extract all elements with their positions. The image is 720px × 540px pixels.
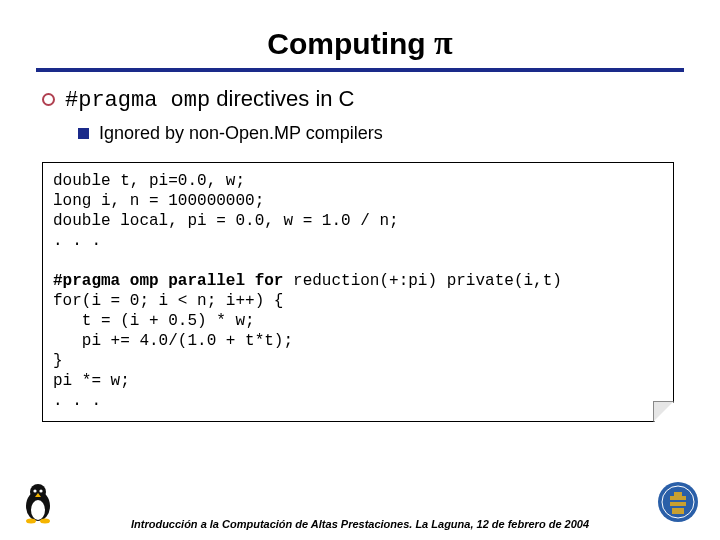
inline-code: #pragma omp	[65, 88, 210, 113]
svg-rect-10	[672, 508, 684, 514]
code-line: . . .	[53, 392, 101, 410]
code-block: double t, pi=0.0, w; long i, n = 1000000…	[53, 171, 663, 411]
bullet-2-text: Ignored by non-Open.MP compilers	[99, 123, 383, 144]
square-bullet-icon	[78, 128, 89, 139]
title-text: Computing	[267, 27, 434, 60]
svg-point-4	[39, 489, 42, 492]
slide: Computing π #pragma omp directives in C …	[0, 0, 720, 540]
code-line: long i, n = 100000000;	[53, 192, 264, 210]
code-box: double t, pi=0.0, w; long i, n = 1000000…	[42, 162, 674, 422]
code-line: for(i = 0; i < n; i++) {	[53, 292, 283, 310]
code-line: double t, pi=0.0, w;	[53, 172, 245, 190]
page-fold-icon	[654, 402, 674, 422]
slide-title: Computing π	[36, 24, 684, 68]
code-line: t = (i + 0.5) * w;	[53, 312, 255, 330]
bullet-level-2: Ignored by non-Open.MP compilers	[78, 123, 684, 144]
pi-symbol: π	[434, 24, 453, 61]
code-line: pi *= w;	[53, 372, 130, 390]
title-underline	[36, 68, 684, 72]
code-line: . . .	[53, 232, 101, 250]
code-line: double local, pi = 0.0, w = 1.0 / n;	[53, 212, 399, 230]
footer-text: Introducción a la Computación de Altas P…	[0, 518, 720, 530]
code-line: }	[53, 352, 63, 370]
bullet-level-1: #pragma omp directives in C	[42, 86, 684, 113]
code-line-bold: #pragma omp parallel for	[53, 272, 283, 290]
svg-point-3	[33, 489, 36, 492]
code-line: reduction(+:pi) private(i,t)	[283, 272, 561, 290]
code-line: pi += 4.0/(1.0 + t*t);	[53, 332, 293, 350]
circle-bullet-icon	[42, 93, 55, 106]
bullet-1-text: #pragma omp directives in C	[65, 86, 355, 113]
bullet-1-rest: directives in C	[210, 86, 354, 111]
svg-point-1	[31, 500, 45, 520]
svg-point-2	[30, 484, 46, 500]
